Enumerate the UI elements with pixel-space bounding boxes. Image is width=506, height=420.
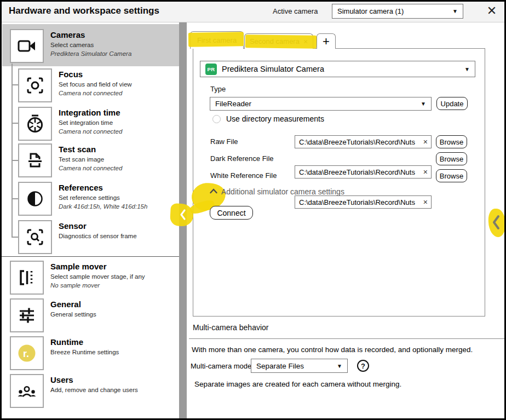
sidebar-item-subtitle: Set integration time — [59, 119, 122, 126]
sidebar-item-subtitle: Add, remove and change users — [50, 386, 138, 394]
sidebar-item-focus[interactable]: Focus Set focus and field of view Camera… — [18, 68, 132, 102]
sidebar-item-test-scan[interactable]: Test scan Test scan image Camera not con… — [18, 143, 122, 177]
sidebar-item-sample-mover[interactable]: Sample mover Select sample mover stage, … — [10, 261, 145, 295]
camera-settings-panel — [193, 48, 485, 317]
multi-camera-mode-select[interactable]: Separate Files ▼ — [251, 359, 348, 373]
title-bar: Hardware and workspace settings Active c… — [0, 0, 506, 22]
tree-line — [12, 237, 18, 238]
sidebar-item-cameras[interactable]: Cameras Select cameras Prediktera Simula… — [10, 29, 131, 63]
active-camera-select[interactable]: Simulator camera (1) ▼ — [332, 4, 463, 19]
collapse-sidebar-chevron-left-icon[interactable] — [179, 209, 187, 221]
connect-button[interactable]: Connect — [210, 206, 253, 220]
sidebar-item-references[interactable]: References Set reference settings Dark 4… — [18, 182, 147, 216]
section-divider — [189, 338, 504, 339]
white-reference-browse-button[interactable]: Browse — [436, 169, 467, 182]
use-directory-measurements-radio[interactable] — [212, 115, 221, 123]
update-button[interactable]: Update — [436, 97, 468, 110]
tree-line — [12, 160, 18, 161]
sample-mover-stage-icon — [10, 261, 44, 295]
raw-file-value: C:\data\BreezeTutorials\Record\Nuts — [299, 138, 415, 146]
tree-line — [12, 198, 18, 199]
sidebar-item-title: Sample mover — [50, 261, 145, 272]
prediktera-logo-icon: PR — [205, 64, 217, 75]
svg-text:r.: r. — [23, 348, 29, 359]
raw-file-browse-button[interactable]: Browse — [436, 135, 467, 148]
sidebar-item-subtitle: Test scan image — [59, 156, 122, 163]
tab-add-camera[interactable]: + — [317, 33, 336, 49]
clear-icon[interactable]: × — [423, 198, 428, 206]
chevron-down-icon: ▼ — [421, 101, 426, 107]
sidebar-item-status: Dark 416d:15h, White 416d:15h — [59, 203, 147, 210]
sidebar-item-title: References — [59, 182, 147, 193]
sidebar-item-general[interactable]: General General settings — [10, 298, 96, 332]
browse-button-label: Browse — [440, 155, 463, 163]
raw-file-label: Raw File — [210, 137, 238, 146]
multi-camera-mode-note: Separate images are created for each cam… — [194, 380, 401, 388]
clear-icon[interactable]: × — [423, 168, 428, 176]
multi-camera-behavior-header: Multi-camera behavior — [193, 323, 269, 332]
browse-button-label: Browse — [440, 172, 463, 180]
sidebar-item-title: Integration time — [59, 107, 122, 118]
clear-icon[interactable]: × — [423, 137, 428, 146]
scan-document-icon — [18, 143, 52, 177]
video-camera-icon — [10, 29, 44, 63]
sidebar-item-title: Cameras — [50, 30, 131, 40]
additional-settings-label[interactable]: Additional simulator camera settings — [221, 187, 344, 196]
active-camera-value: Simulator camera (1) — [337, 7, 404, 15]
focus-frame-icon — [18, 68, 52, 102]
update-button-label: Update — [441, 100, 464, 108]
sidebar-item-subtitle: Breeze Runtime settings — [50, 348, 119, 356]
close-icon[interactable]: ✕ — [484, 3, 499, 19]
dark-reference-browse-button[interactable]: Browse — [436, 152, 467, 165]
raw-file-input[interactable]: C:\data\BreezeTutorials\Record\Nuts × — [295, 135, 432, 148]
hardware-settings-dialog: Hardware and workspace settings Active c… — [0, 0, 506, 420]
sidebar-item-title: Users — [50, 375, 138, 385]
marker-highlight-second-camera — [245, 34, 317, 49]
sensor-search-icon — [18, 220, 52, 254]
multi-camera-mode-value: Separate Files — [256, 362, 304, 370]
contrast-icon — [18, 182, 52, 216]
sidebar-item-title: Runtime — [50, 337, 119, 347]
type-select-value: FileReader — [215, 100, 251, 108]
sidebar-item-integration-time[interactable]: Integration time Set integration time Ca… — [18, 107, 122, 141]
sidebar-item-title: Test scan — [59, 144, 122, 154]
chevron-down-icon: ▼ — [464, 66, 470, 72]
camera-select-value: Prediktera Simulator Camera — [222, 65, 324, 73]
help-glyph: ? — [361, 362, 365, 370]
tree-line — [12, 64, 13, 238]
active-camera-label: Active camera — [273, 7, 318, 15]
white-reference-file-value: C:\data\BreezeTutorials\Record\Nuts — [299, 198, 415, 206]
sidebar-item-subtitle: Set focus and field of view — [59, 80, 132, 88]
sidebar-item-sensor[interactable]: Sensor Diagnostics of sensor frame — [18, 220, 137, 254]
sidebar-item-subtitle: Set reference settings — [59, 194, 147, 202]
sidebar-item-subtitle: Select cameras — [50, 41, 131, 49]
marker-highlight-first-camera — [188, 32, 244, 47]
users-group-icon — [10, 374, 44, 408]
sidebar-item-title: Focus — [59, 69, 132, 79]
help-icon[interactable]: ? — [357, 360, 369, 372]
multi-camera-mode-label: Multi-camera mode — [191, 362, 251, 370]
chevron-down-icon: ▼ — [337, 363, 342, 369]
white-reference-file-label: White Reference File — [210, 171, 277, 180]
camera-select[interactable]: PR Prediktera Simulator Camera ▼ — [200, 61, 475, 77]
tree-line — [12, 84, 18, 85]
sidebar-item-status: Prediktera Simulator Camera — [50, 50, 131, 57]
sliders-icon — [10, 298, 44, 332]
chevron-down-icon: ▼ — [452, 8, 458, 14]
white-reference-file-input[interactable]: C:\data\BreezeTutorials\Record\Nuts × — [295, 195, 432, 209]
type-select[interactable]: FileReader ▼ — [210, 97, 432, 111]
sidebar-item-runtime[interactable]: r. Runtime Breeze Runtime settings — [10, 336, 119, 370]
plus-icon: + — [323, 34, 330, 49]
chevron-up-icon[interactable] — [209, 188, 218, 194]
tree-line — [12, 123, 18, 124]
sidebar-item-status: Camera not connected — [59, 164, 122, 172]
multi-camera-description: With more than one camera, you control h… — [192, 346, 473, 354]
type-label: Type — [210, 85, 226, 93]
dark-reference-file-label: Dark Reference File — [210, 154, 274, 163]
sidebar-item-status: Camera not connected — [59, 128, 122, 135]
expand-panel-chevron-left-icon[interactable] — [491, 215, 501, 230]
use-directory-measurements-label: Use directory measurements — [226, 114, 324, 123]
sidebar-item-subtitle: General settings — [50, 310, 96, 318]
dark-reference-file-input[interactable]: C:\data\BreezeTutorials\Record\Nuts × — [295, 165, 432, 179]
sidebar-item-users[interactable]: Users Add, remove and change users — [10, 374, 138, 408]
